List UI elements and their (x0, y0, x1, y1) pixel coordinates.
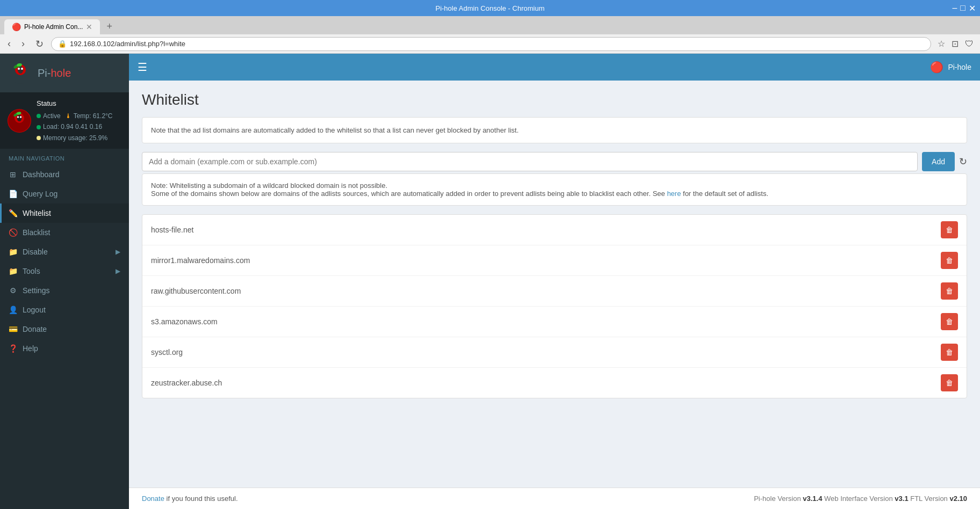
blacklist-icon: 🚫 (9, 228, 17, 237)
active-dot (37, 114, 41, 118)
add-domain-row: Add ↻ (142, 152, 967, 171)
svg-point-3 (18, 68, 20, 70)
delete-button-2[interactable]: 🗑 (941, 282, 958, 300)
sidebar-item-donate[interactable]: 💳 Donate (0, 319, 129, 339)
top-bar-right: 🔴 Pi-hole (930, 61, 971, 74)
whitelist-entry-3: s3.amazonaws.com (151, 317, 218, 326)
topbar-logo-icon: 🔴 (930, 61, 943, 74)
trash-icon-3: 🗑 (946, 317, 953, 326)
whitelist-entry-4: sysctl.org (151, 348, 183, 357)
sidebar-item-whitelist[interactable]: ✏️ Whitelist (0, 203, 129, 223)
tools-arrow-icon: ▶ (116, 267, 120, 275)
delete-button-0[interactable]: 🗑 (941, 221, 958, 238)
minimize-btn[interactable]: – (952, 3, 957, 13)
memory-label: Memory usage: 25.9% (43, 133, 107, 143)
trash-icon-2: 🗑 (946, 287, 953, 295)
sidebar-item-help-label: Help (23, 344, 38, 353)
memory-dot (37, 136, 41, 140)
domain-input[interactable] (142, 152, 918, 171)
sidebar-item-blacklist[interactable]: 🚫 Blacklist (0, 223, 129, 242)
tab-favicon: 🔴 (12, 23, 21, 31)
sidebar-item-logout[interactable]: 👤 Logout (0, 300, 129, 319)
status-memory-row: Memory usage: 25.9% (37, 133, 113, 143)
footer-donate-section: Donate if you found this useful. (142, 495, 238, 503)
sidebar-item-donate-label: Donate (23, 325, 47, 333)
footer-ftl-prefix: FTL Version (909, 495, 950, 503)
whitelist-icon: ✏️ (9, 209, 17, 217)
extensions-button[interactable]: ⊡ (949, 38, 961, 50)
sidebar: Pi-hole Status Active 🌡 (0, 54, 129, 509)
shield-button[interactable]: 🛡 (963, 38, 976, 50)
svg-point-10 (17, 116, 19, 118)
sidebar-item-settings-label: Settings (23, 286, 50, 295)
sidebar-item-tools[interactable]: 📁 Tools ▶ (0, 261, 129, 281)
sidebar-item-dashboard-label: Dashboard (23, 170, 60, 179)
new-tab-button[interactable]: + (102, 19, 117, 34)
add-button[interactable]: Add (922, 152, 955, 171)
sidebar-item-disable-label: Disable (23, 248, 48, 256)
address-bar[interactable]: 🔒 192.168.0.102/admin/list.php?l=white (51, 37, 931, 51)
whitelist-row-1: mirror1.malwaredomains.com 🗑 (142, 245, 967, 276)
sidebar-item-dashboard[interactable]: ⊞ Dashboard (0, 165, 129, 184)
top-bar: ☰ 🔴 Pi-hole (129, 54, 980, 81)
donate-icon: 💳 (9, 325, 17, 333)
footer-ftl-version: v2.10 (949, 495, 967, 503)
info-box: Note that the ad list domains are automa… (142, 117, 967, 143)
temp-icon: 🌡 (65, 111, 71, 121)
pihole-logo-svg (9, 61, 32, 85)
bookmark-button[interactable]: ☆ (935, 38, 947, 50)
disable-arrow-icon: ▶ (116, 248, 120, 256)
temp-label: Temp: 61.2°C (74, 111, 113, 121)
note-here-link[interactable]: here (667, 190, 681, 198)
footer-donate-link[interactable]: Donate (142, 495, 164, 503)
hamburger-icon[interactable]: ☰ (138, 61, 147, 74)
delete-button-1[interactable]: 🗑 (941, 252, 958, 269)
lock-icon: 🔒 (58, 40, 67, 48)
whitelist-row-4: sysctl.org 🗑 (142, 337, 967, 368)
refresh-icon: ↻ (959, 156, 967, 168)
logout-icon: 👤 (9, 306, 17, 314)
trash-icon-1: 🗑 (946, 256, 953, 265)
sidebar-item-settings[interactable]: ⚙ Settings (0, 281, 129, 300)
refresh-button[interactable]: ↻ (959, 152, 967, 171)
sidebar-item-querylog-label: Query Log (23, 190, 57, 198)
delete-button-4[interactable]: 🗑 (941, 344, 958, 361)
close-btn[interactable]: ✕ (969, 3, 976, 13)
help-icon: ❓ (9, 344, 17, 353)
browser-chrome: Pi-hole Admin Console - Chromium – □ ✕ 🔴… (0, 0, 980, 54)
note-line2: Some of the domains shown below are doma… (151, 190, 958, 198)
browser-addressbar: ‹ › ↻ 🔒 192.168.0.102/admin/list.php?l=w… (0, 34, 980, 54)
main-content: ☰ 🔴 Pi-hole Whitelist Note that the ad l… (129, 54, 980, 509)
window-controls[interactable]: – □ ✕ (952, 3, 976, 13)
sidebar-item-disable[interactable]: 📁 Disable ▶ (0, 242, 129, 261)
sidebar-item-help[interactable]: ❓ Help (0, 339, 129, 358)
back-button[interactable]: ‹ (4, 37, 14, 50)
sidebar-item-querylog[interactable]: 📄 Query Log (0, 184, 129, 203)
forward-button[interactable]: › (18, 37, 28, 50)
reload-button[interactable]: ↻ (32, 37, 47, 51)
note-box: Note: Whitelisting a subdomain of a wild… (142, 173, 967, 206)
footer-web-version: v3.1 (895, 495, 908, 503)
whitelist-entry-1: mirror1.malwaredomains.com (151, 256, 250, 265)
browser-tabs: 🔴 Pi-hole Admin Con... ✕ + (0, 16, 980, 34)
browser-tab[interactable]: 🔴 Pi-hole Admin Con... ✕ (4, 19, 100, 34)
delete-button-3[interactable]: 🗑 (941, 313, 958, 330)
footer-version-prefix: Pi-hole Version (754, 495, 803, 503)
page-title: Whitelist (142, 91, 967, 108)
load-label: Load: 0.94 0.41 0.16 (43, 121, 102, 132)
settings-icon: ⚙ (9, 286, 17, 295)
maximize-btn[interactable]: □ (960, 3, 965, 13)
delete-button-5[interactable]: 🗑 (941, 374, 958, 391)
tools-icon: 📁 (9, 267, 17, 275)
footer-version: Pi-hole Version v3.1.4 Web Interface Ver… (754, 495, 967, 503)
svg-point-2 (18, 66, 23, 74)
logo-text: Pi-hole (38, 67, 71, 79)
status-load-row: Load: 0.94 0.41 0.16 (37, 121, 113, 132)
whitelist-entry-2: raw.githubusercontent.com (151, 287, 241, 295)
tab-title: Pi-hole Admin Con... (24, 23, 83, 31)
tab-close-btn[interactable]: ✕ (86, 23, 92, 31)
svg-point-11 (20, 116, 22, 118)
url-text: 192.168.0.102/admin/list.php?l=white (70, 40, 185, 48)
whitelist-row-5: zeustracker.abuse.ch 🗑 (142, 368, 967, 398)
whitelist-row-0: hosts-file.net 🗑 (142, 215, 967, 245)
